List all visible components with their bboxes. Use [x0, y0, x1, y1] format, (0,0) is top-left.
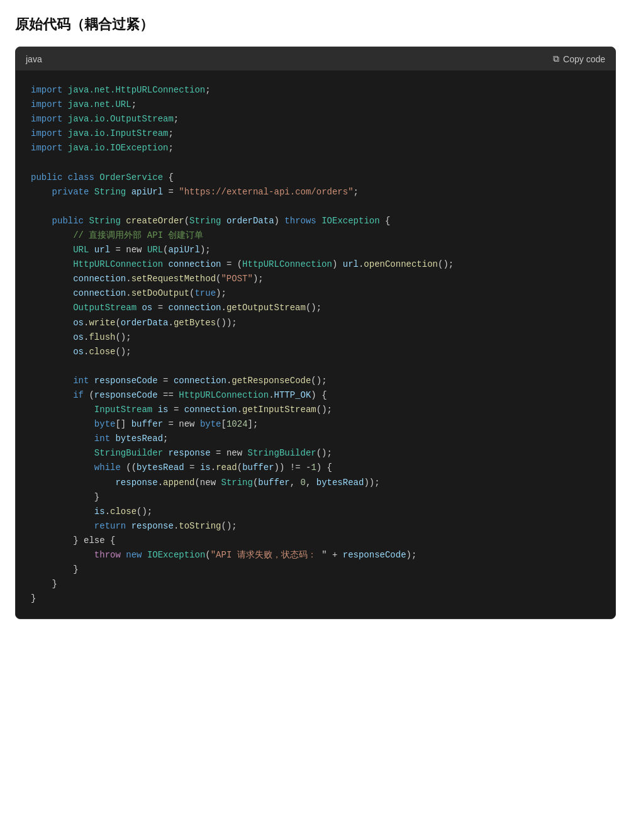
- page-title: 原始代码（耦合过紧）: [15, 15, 616, 34]
- copy-code-button[interactable]: ⧉ Copy code: [553, 53, 605, 64]
- code-language: java: [26, 54, 42, 64]
- code-pre: import java.net.HttpURLConnection; impor…: [31, 83, 600, 606]
- copy-button-label: Copy code: [563, 54, 605, 64]
- copy-icon: ⧉: [553, 53, 559, 64]
- code-header: java ⧉ Copy code: [16, 47, 615, 70]
- code-content: import java.net.HttpURLConnection; impor…: [16, 70, 615, 619]
- code-block: java ⧉ Copy code import java.net.HttpURL…: [15, 47, 616, 619]
